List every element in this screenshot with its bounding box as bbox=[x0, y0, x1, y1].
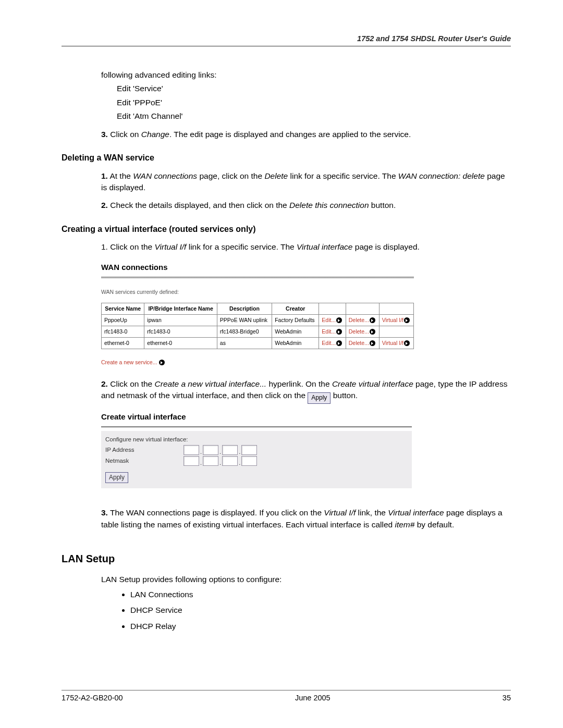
col-description: Description bbox=[217, 303, 272, 314]
wan-table: Service Name IP/Bridge Interface Name De… bbox=[101, 303, 414, 350]
ip-octet-field[interactable] bbox=[183, 456, 199, 466]
create-virtual-interface-screenshot: Create virtual interface Configure new v… bbox=[101, 411, 412, 489]
list-item: LAN Connections bbox=[130, 589, 511, 600]
cvi-title: Create virtual interface bbox=[101, 411, 412, 423]
step-3-change: 3. Click on Change. The edit page is dis… bbox=[101, 129, 511, 140]
edit-link[interactable]: Edit... bbox=[322, 317, 336, 323]
netmask-label: Netmask bbox=[105, 456, 183, 465]
ip-octet-field[interactable] bbox=[222, 456, 238, 466]
virtual-step-3: 3. The WAN connections page is displayed… bbox=[101, 507, 511, 530]
table-row: PppoeUp ipwan PPPoE WAN uplink Factory D… bbox=[102, 314, 414, 326]
ip-address-input[interactable]: . . . bbox=[183, 445, 257, 455]
apply-button-inline: Apply bbox=[308, 392, 331, 403]
delete-link[interactable]: Delete... bbox=[349, 317, 369, 323]
ip-octet-field[interactable] bbox=[183, 445, 199, 455]
arrow-icon bbox=[370, 317, 375, 323]
table-row: rfc1483-0 rfc1483-0 rfc1483-Bridge0 WebA… bbox=[102, 326, 414, 338]
intro-line: following advanced editing links: bbox=[101, 69, 511, 81]
list-item: DHCP Service bbox=[130, 604, 511, 616]
page-footer: 1752-A2-GB20-00 June 2005 35 bbox=[62, 690, 511, 702]
virtual-if-link[interactable]: Virtual I/f bbox=[382, 340, 403, 346]
table-header-row: Service Name IP/Bridge Interface Name De… bbox=[102, 303, 414, 314]
col-service-name: Service Name bbox=[102, 303, 144, 314]
footer-page-number: 35 bbox=[503, 694, 511, 702]
create-service-link[interactable]: Create a new service... bbox=[101, 359, 157, 365]
virtual-step-2: 2. Click on the Create a new virtual int… bbox=[101, 378, 511, 404]
arrow-icon bbox=[336, 317, 342, 323]
arrow-icon bbox=[336, 329, 342, 335]
col-creator: Creator bbox=[272, 303, 319, 314]
col-interface-name: IP/Bridge Interface Name bbox=[144, 303, 217, 314]
edit-link[interactable]: Edit... bbox=[322, 328, 336, 335]
lan-intro: LAN Setup provides following options to … bbox=[101, 574, 511, 585]
edit-link[interactable]: Edit... bbox=[322, 340, 336, 346]
divider bbox=[101, 426, 412, 428]
delete-step-2: 2. Check the details displayed, and then… bbox=[101, 200, 511, 211]
heading-deleting-wan: Deleting a WAN service bbox=[62, 152, 511, 164]
cvi-config-line: Configure new virtual interface: bbox=[105, 435, 408, 444]
running-header: 1752 and 1754 SHDSL Router User's Guide bbox=[62, 34, 511, 46]
arrow-icon bbox=[336, 340, 342, 346]
cvi-panel: Configure new virtual interface: IP Addr… bbox=[101, 431, 412, 488]
ip-octet-field[interactable] bbox=[203, 445, 218, 455]
ip-octet-field[interactable] bbox=[241, 445, 257, 455]
list-item: DHCP Relay bbox=[130, 621, 511, 632]
netmask-input[interactable]: . . . bbox=[183, 456, 257, 466]
arrow-icon bbox=[404, 317, 410, 323]
wan-connections-screenshot: WAN connections WAN services currently d… bbox=[101, 262, 414, 367]
delete-link[interactable]: Delete... bbox=[349, 340, 369, 346]
ip-octet-field[interactable] bbox=[241, 456, 257, 466]
lan-options-list: LAN Connections DHCP Service DHCP Relay bbox=[101, 589, 511, 632]
apply-button[interactable]: Apply bbox=[105, 472, 128, 483]
create-service-row: Create a new service... bbox=[101, 359, 414, 366]
heading-lan-setup: LAN Setup bbox=[62, 551, 511, 566]
delete-step-1: 1. At the WAN connections page, click on… bbox=[101, 170, 511, 194]
wan-subtitle: WAN services currently defined: bbox=[101, 288, 414, 296]
table-row: ethernet-0 ethernet-0 as WebAdmin Edit..… bbox=[102, 338, 414, 349]
virtual-if-link[interactable]: Virtual I/f bbox=[382, 317, 403, 323]
footer-date: June 2005 bbox=[295, 694, 331, 702]
arrow-icon bbox=[159, 360, 165, 365]
ip-octet-field[interactable] bbox=[203, 456, 218, 466]
arrow-icon bbox=[370, 329, 375, 335]
heading-creating-virtual: Creating a virtual interface (routed ser… bbox=[62, 223, 511, 235]
ip-octet-field[interactable] bbox=[222, 445, 238, 455]
arrow-icon bbox=[370, 340, 375, 346]
wan-title: WAN connections bbox=[101, 262, 414, 273]
ip-address-label: IP Address bbox=[105, 446, 183, 454]
edit-link-atm: Edit 'Atm Channel' bbox=[101, 110, 511, 122]
delete-link[interactable]: Delete... bbox=[349, 328, 369, 335]
edit-link-service: Edit 'Service' bbox=[101, 83, 511, 94]
arrow-icon bbox=[404, 340, 410, 346]
edit-link-pppoe: Edit 'PPPoE' bbox=[101, 97, 511, 108]
virtual-step-1: 1. Click on the Virtual I/f link for a s… bbox=[101, 241, 511, 253]
footer-doc-id: 1752-A2-GB20-00 bbox=[62, 694, 123, 702]
divider bbox=[101, 277, 414, 279]
